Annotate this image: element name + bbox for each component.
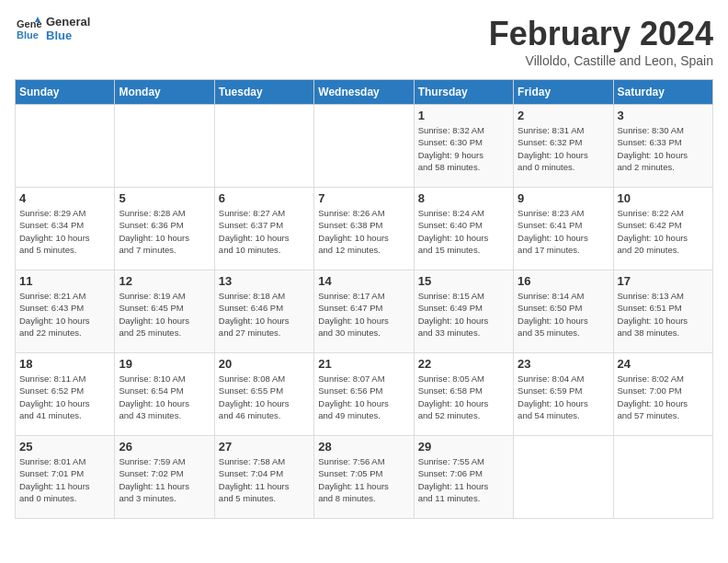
day-number: 19 xyxy=(119,357,210,371)
calendar-week-row: 18Sunrise: 8:11 AM Sunset: 6:52 PM Dayli… xyxy=(16,353,713,436)
calendar-day-header: Monday xyxy=(115,80,214,105)
calendar-cell: 6Sunrise: 8:27 AM Sunset: 6:37 PM Daylig… xyxy=(214,188,313,270)
day-number: 24 xyxy=(618,357,709,371)
day-info: Sunrise: 8:07 AM Sunset: 6:56 PM Dayligh… xyxy=(318,373,409,421)
day-number: 18 xyxy=(19,357,110,371)
day-info: Sunrise: 7:56 AM Sunset: 7:05 PM Dayligh… xyxy=(318,455,409,504)
day-info: Sunrise: 8:29 AM Sunset: 6:34 PM Dayligh… xyxy=(19,207,110,256)
day-info: Sunrise: 8:26 AM Sunset: 6:38 PM Dayligh… xyxy=(318,207,409,256)
calendar-cell: 3Sunrise: 8:30 AM Sunset: 6:33 PM Daylig… xyxy=(613,105,712,188)
day-info: Sunrise: 8:10 AM Sunset: 6:54 PM Dayligh… xyxy=(119,373,210,421)
calendar-cell: 18Sunrise: 8:11 AM Sunset: 6:52 PM Dayli… xyxy=(16,353,115,436)
main-title: February 2024 xyxy=(489,15,713,53)
calendar-week-row: 11Sunrise: 8:21 AM Sunset: 6:43 PM Dayli… xyxy=(16,270,713,353)
day-info: Sunrise: 8:08 AM Sunset: 6:55 PM Dayligh… xyxy=(219,373,310,421)
day-number: 26 xyxy=(119,440,210,454)
calendar-week-row: 25Sunrise: 8:01 AM Sunset: 7:01 PM Dayli… xyxy=(16,436,713,519)
day-number: 3 xyxy=(618,109,709,122)
calendar-day-header: Sunday xyxy=(16,80,115,105)
day-number: 23 xyxy=(518,357,609,371)
calendar-cell xyxy=(613,436,712,519)
day-number: 6 xyxy=(219,191,310,205)
calendar-cell: 29Sunrise: 7:55 AM Sunset: 7:06 PM Dayli… xyxy=(414,436,513,519)
day-number: 8 xyxy=(418,191,509,205)
day-info: Sunrise: 8:18 AM Sunset: 6:46 PM Dayligh… xyxy=(219,290,310,339)
calendar-cell: 21Sunrise: 8:07 AM Sunset: 6:56 PM Dayli… xyxy=(314,353,414,436)
day-number: 27 xyxy=(219,440,310,454)
day-number: 16 xyxy=(518,274,609,288)
day-info: Sunrise: 8:15 AM Sunset: 6:49 PM Dayligh… xyxy=(418,290,509,339)
day-number: 17 xyxy=(618,274,709,288)
calendar-cell: 27Sunrise: 7:58 AM Sunset: 7:04 PM Dayli… xyxy=(214,436,313,519)
day-number: 28 xyxy=(318,440,409,454)
day-number: 12 xyxy=(119,274,210,288)
page-header: General Blue General Blue February 2024 … xyxy=(15,15,713,68)
calendar-day-header: Friday xyxy=(514,80,613,105)
calendar-body: 1Sunrise: 8:32 AM Sunset: 6:30 PM Daylig… xyxy=(16,105,713,519)
day-info: Sunrise: 8:23 AM Sunset: 6:41 PM Dayligh… xyxy=(518,207,609,256)
calendar-cell: 8Sunrise: 8:24 AM Sunset: 6:40 PM Daylig… xyxy=(414,188,513,270)
calendar-table: SundayMondayTuesdayWednesdayThursdayFrid… xyxy=(15,79,713,519)
day-number: 5 xyxy=(119,191,210,205)
calendar-cell xyxy=(314,105,414,188)
calendar-cell: 15Sunrise: 8:15 AM Sunset: 6:49 PM Dayli… xyxy=(414,270,513,353)
day-info: Sunrise: 7:59 AM Sunset: 7:02 PM Dayligh… xyxy=(119,455,210,504)
calendar-cell: 4Sunrise: 8:29 AM Sunset: 6:34 PM Daylig… xyxy=(16,188,115,270)
calendar-cell: 11Sunrise: 8:21 AM Sunset: 6:43 PM Dayli… xyxy=(16,270,115,353)
logo-icon: General Blue xyxy=(15,15,42,42)
calendar-cell: 22Sunrise: 8:05 AM Sunset: 6:58 PM Dayli… xyxy=(414,353,513,436)
day-info: Sunrise: 8:30 AM Sunset: 6:33 PM Dayligh… xyxy=(618,124,709,173)
day-info: Sunrise: 7:58 AM Sunset: 7:04 PM Dayligh… xyxy=(219,455,310,504)
day-info: Sunrise: 8:14 AM Sunset: 6:50 PM Dayligh… xyxy=(518,290,609,339)
svg-text:Blue: Blue xyxy=(17,29,39,40)
logo-line2: Blue xyxy=(46,29,90,42)
day-info: Sunrise: 8:22 AM Sunset: 6:42 PM Dayligh… xyxy=(618,207,709,256)
logo: General Blue General Blue xyxy=(15,15,90,42)
calendar-cell: 2Sunrise: 8:31 AM Sunset: 6:32 PM Daylig… xyxy=(514,105,613,188)
day-info: Sunrise: 8:19 AM Sunset: 6:45 PM Dayligh… xyxy=(119,290,210,339)
calendar-day-header: Saturday xyxy=(613,80,712,105)
day-info: Sunrise: 8:31 AM Sunset: 6:32 PM Dayligh… xyxy=(518,124,609,173)
day-number: 13 xyxy=(219,274,310,288)
day-info: Sunrise: 8:24 AM Sunset: 6:40 PM Dayligh… xyxy=(418,207,509,256)
day-info: Sunrise: 8:28 AM Sunset: 6:36 PM Dayligh… xyxy=(119,207,210,256)
day-info: Sunrise: 8:27 AM Sunset: 6:37 PM Dayligh… xyxy=(219,207,310,256)
calendar-cell: 12Sunrise: 8:19 AM Sunset: 6:45 PM Dayli… xyxy=(115,270,214,353)
day-number: 7 xyxy=(318,191,409,205)
calendar-week-row: 1Sunrise: 8:32 AM Sunset: 6:30 PM Daylig… xyxy=(16,105,713,188)
calendar-cell xyxy=(514,436,613,519)
calendar-cell: 26Sunrise: 7:59 AM Sunset: 7:02 PM Dayli… xyxy=(115,436,214,519)
day-number: 22 xyxy=(418,357,509,371)
day-info: Sunrise: 8:13 AM Sunset: 6:51 PM Dayligh… xyxy=(618,290,709,339)
calendar-cell: 10Sunrise: 8:22 AM Sunset: 6:42 PM Dayli… xyxy=(613,188,712,270)
calendar-week-row: 4Sunrise: 8:29 AM Sunset: 6:34 PM Daylig… xyxy=(16,188,713,270)
day-number: 9 xyxy=(518,191,609,205)
calendar-header-row: SundayMondayTuesdayWednesdayThursdayFrid… xyxy=(16,80,713,105)
day-number: 20 xyxy=(219,357,310,371)
calendar-day-header: Thursday xyxy=(414,80,513,105)
day-info: Sunrise: 8:32 AM Sunset: 6:30 PM Dayligh… xyxy=(418,124,509,173)
day-number: 29 xyxy=(418,440,509,454)
calendar-cell: 17Sunrise: 8:13 AM Sunset: 6:51 PM Dayli… xyxy=(613,270,712,353)
calendar-day-header: Tuesday xyxy=(214,80,313,105)
day-number: 11 xyxy=(19,274,110,288)
calendar-cell: 5Sunrise: 8:28 AM Sunset: 6:36 PM Daylig… xyxy=(115,188,214,270)
day-number: 25 xyxy=(19,440,110,454)
day-number: 2 xyxy=(518,109,609,122)
title-block: February 2024 Villoldo, Castille and Leo… xyxy=(489,15,713,68)
day-number: 1 xyxy=(418,109,509,122)
day-info: Sunrise: 8:01 AM Sunset: 7:01 PM Dayligh… xyxy=(19,455,110,504)
day-info: Sunrise: 8:17 AM Sunset: 6:47 PM Dayligh… xyxy=(318,290,409,339)
day-info: Sunrise: 8:02 AM Sunset: 7:00 PM Dayligh… xyxy=(618,373,709,421)
day-info: Sunrise: 8:04 AM Sunset: 6:59 PM Dayligh… xyxy=(518,373,609,421)
day-number: 4 xyxy=(19,191,110,205)
calendar-cell: 23Sunrise: 8:04 AM Sunset: 6:59 PM Dayli… xyxy=(514,353,613,436)
calendar-cell xyxy=(214,105,313,188)
day-number: 14 xyxy=(318,274,409,288)
subtitle: Villoldo, Castille and Leon, Spain xyxy=(489,53,713,68)
calendar-day-header: Wednesday xyxy=(314,80,414,105)
calendar-cell: 24Sunrise: 8:02 AM Sunset: 7:00 PM Dayli… xyxy=(613,353,712,436)
calendar-cell: 14Sunrise: 8:17 AM Sunset: 6:47 PM Dayli… xyxy=(314,270,414,353)
logo-line1: General xyxy=(46,15,90,29)
day-info: Sunrise: 8:21 AM Sunset: 6:43 PM Dayligh… xyxy=(19,290,110,339)
